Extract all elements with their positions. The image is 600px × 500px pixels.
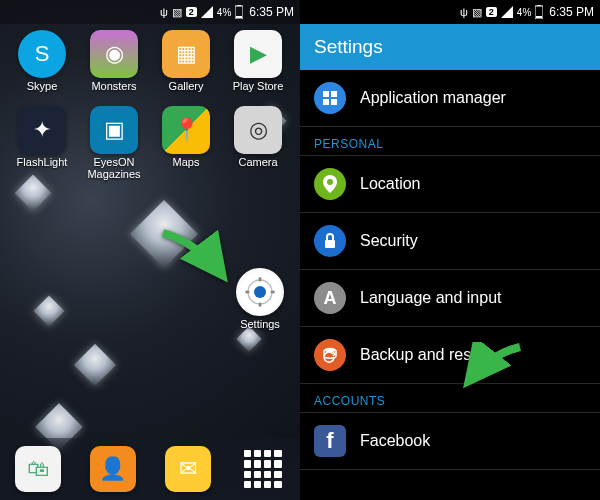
annotation-arrow xyxy=(460,342,530,396)
row-backup-reset[interactable]: Backup and reset xyxy=(300,327,600,384)
clock: 6:35 PM xyxy=(549,5,594,19)
svg-rect-12 xyxy=(323,91,329,97)
app-label: Settings xyxy=(240,318,280,342)
gallery-icon: ▦ xyxy=(162,30,210,78)
lock-icon xyxy=(314,225,346,257)
row-location[interactable]: Location xyxy=(300,156,600,213)
battery-percent: 4% xyxy=(217,7,231,18)
app-camera[interactable]: ◎ Camera xyxy=(222,106,294,180)
app-skype[interactable]: S Skype xyxy=(6,30,78,104)
app-label: Monsters xyxy=(91,80,136,104)
vibrate-icon: ▧ xyxy=(472,6,482,19)
play-store-icon: ▶ xyxy=(234,30,282,78)
sim-indicator: 2 xyxy=(186,7,197,17)
row-security[interactable]: Security xyxy=(300,213,600,270)
svg-rect-10 xyxy=(537,5,541,6)
row-label: Security xyxy=(360,232,418,250)
apps-grid-icon xyxy=(314,82,346,114)
battery-percent: 4% xyxy=(517,7,531,18)
svg-rect-17 xyxy=(325,240,335,248)
row-label: Application manager xyxy=(360,89,506,107)
svg-rect-13 xyxy=(331,91,337,97)
dock: 🛍 👤 ✉ xyxy=(0,438,300,500)
flashlight-icon: ✦ xyxy=(18,106,66,154)
row-label: Language and input xyxy=(360,289,501,307)
app-flashlight[interactable]: ✦ FlashLight xyxy=(6,106,78,180)
svg-rect-5 xyxy=(259,277,262,281)
svg-rect-8 xyxy=(271,291,275,294)
clock: 6:35 PM xyxy=(249,5,294,19)
svg-point-4 xyxy=(254,286,266,298)
wallpaper-diamond xyxy=(74,344,116,386)
facebook-icon: f xyxy=(314,425,346,457)
battery-icon xyxy=(235,5,243,19)
svg-point-16 xyxy=(327,179,333,185)
section-accounts: ACCOUNTS xyxy=(300,384,600,413)
svg-rect-2 xyxy=(236,16,242,18)
page-title: Settings xyxy=(300,24,600,70)
maps-icon: 📍 xyxy=(162,106,210,154)
app-monsters[interactable]: ◉ Monsters xyxy=(78,30,150,104)
settings-list[interactable]: Application manager PERSONAL Location Se… xyxy=(300,70,600,470)
sim-indicator: 2 xyxy=(486,7,497,17)
svg-rect-7 xyxy=(245,291,249,294)
app-label: Play Store xyxy=(233,80,284,104)
status-bar: ψ ▧ 2 4% 6:35 PM xyxy=(300,0,600,24)
svg-rect-14 xyxy=(323,99,329,105)
svg-rect-11 xyxy=(536,16,542,18)
usb-icon: ψ xyxy=(460,6,468,18)
app-gallery[interactable]: ▦ Gallery xyxy=(150,30,222,104)
battery-icon xyxy=(535,5,543,19)
usb-icon: ψ xyxy=(160,6,168,18)
vibrate-icon: ▧ xyxy=(172,6,182,19)
section-personal: PERSONAL xyxy=(300,127,600,156)
svg-rect-6 xyxy=(259,303,262,307)
messaging-icon[interactable]: ✉ xyxy=(165,446,211,492)
row-label: Location xyxy=(360,175,421,193)
app-label: EyesON Magazines xyxy=(78,156,150,180)
app-label: Maps xyxy=(173,156,200,180)
svg-rect-15 xyxy=(331,99,337,105)
skype-icon: S xyxy=(18,30,66,78)
row-facebook[interactable]: f Facebook xyxy=(300,413,600,470)
camera-icon: ◎ xyxy=(234,106,282,154)
letter-a-icon: A xyxy=(314,282,346,314)
svg-rect-1 xyxy=(237,5,241,6)
row-language-input[interactable]: A Language and input xyxy=(300,270,600,327)
app-eyeson[interactable]: ▣ EyesON Magazines xyxy=(78,106,150,180)
app-label: Camera xyxy=(238,156,277,180)
signal-icon xyxy=(201,6,213,18)
backup-icon xyxy=(314,339,346,371)
location-pin-icon xyxy=(314,168,346,200)
store-icon[interactable]: 🛍 xyxy=(15,446,61,492)
wallpaper-diamond xyxy=(15,175,52,212)
app-label: Skype xyxy=(27,80,58,104)
settings-screen: ψ ▧ 2 4% 6:35 PM Settings Application ma… xyxy=(300,0,600,500)
app-grid: S Skype ◉ Monsters ▦ Gallery ▶ Play Stor… xyxy=(0,30,300,180)
annotation-arrow xyxy=(158,228,238,292)
contacts-icon[interactable]: 👤 xyxy=(90,446,136,492)
app-maps[interactable]: 📍 Maps xyxy=(150,106,222,180)
status-bar: ψ ▧ 2 4% 6:35 PM xyxy=(0,0,300,24)
wallpaper-diamond xyxy=(33,295,64,326)
magazines-icon: ▣ xyxy=(90,106,138,154)
row-label: Facebook xyxy=(360,432,430,450)
row-application-manager[interactable]: Application manager xyxy=(300,70,600,127)
app-label: Gallery xyxy=(169,80,204,104)
app-play-store[interactable]: ▶ Play Store xyxy=(222,30,294,104)
home-screen: ψ ▧ 2 4% 6:35 PM S Skype ◉ Monsters ▦ Ga… xyxy=(0,0,300,500)
apps-drawer-icon[interactable] xyxy=(240,446,286,492)
signal-icon xyxy=(501,6,513,18)
app-label: FlashLight xyxy=(17,156,68,180)
settings-icon xyxy=(236,268,284,316)
monsters-icon: ◉ xyxy=(90,30,138,78)
